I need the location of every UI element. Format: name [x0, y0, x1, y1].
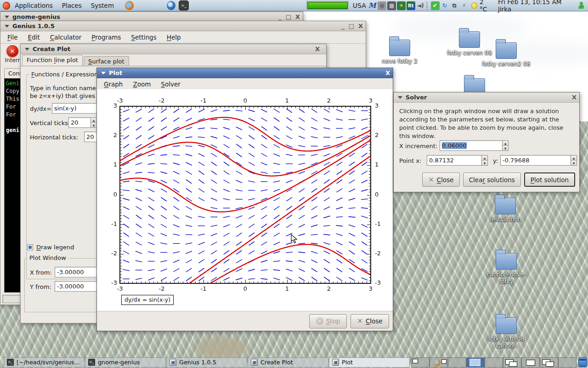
workspace-cell-7[interactable]: [521, 357, 540, 368]
spin-down-icon[interactable]: ▼: [571, 161, 577, 165]
clock-label[interactable]: Fri Feb 13, 10:15 AM Jirka: [498, 0, 574, 13]
slope-field-canvas[interactable]: [97, 89, 393, 312]
stop-button[interactable]: ✕Stop: [309, 314, 347, 328]
folder-icon[interactable]: [495, 198, 516, 214]
close-button[interactable]: ✕Close: [351, 314, 389, 328]
taskbar-item-create-plot[interactable]: ▦Create Plot: [248, 357, 328, 368]
menu-calculator[interactable]: Calculator: [45, 32, 87, 42]
tab-function-line-plot[interactable]: Function line plot: [22, 55, 83, 66]
workspace-cell-8[interactable]: [540, 357, 558, 368]
point-y-spinner[interactable]: -0.79688 ▲▼: [500, 155, 577, 166]
weather-icon[interactable]: [471, 2, 478, 9]
close-icon[interactable]: X: [385, 70, 390, 76]
thunderbird-icon[interactable]: [167, 1, 175, 10]
workspace-cell-6[interactable]: [503, 357, 521, 368]
panel-menu-applications[interactable]: Applications: [10, 0, 57, 12]
close-icon[interactable]: X: [315, 46, 320, 52]
panel-menu-places[interactable]: Places: [57, 0, 86, 12]
spin-down-icon[interactable]: ▼: [503, 146, 508, 150]
spin-up-icon[interactable]: ▲: [91, 118, 96, 123]
x-increment-spinner[interactable]: 0.06000 ▲▼: [440, 140, 509, 151]
draw-legend-checkbox[interactable]: Draw legend: [27, 244, 74, 251]
minimize-icon[interactable]: _: [278, 14, 282, 20]
plot-solution-button[interactable]: Plot solution: [524, 172, 575, 187]
taskbar-item-genius-1-0-5[interactable]: ▦Genius 1.0.5: [166, 357, 247, 368]
workspace-cell-2[interactable]: [430, 357, 448, 368]
workspace-cell-4[interactable]: [466, 357, 485, 368]
genius-console[interactable]: GeniCopyThisForFor geni: [4, 78, 21, 293]
desktop-folder-testcannon[interactable]: testcannon: [480, 198, 531, 223]
point-x-spinner[interactable]: 0.87132 ▲▼: [427, 155, 488, 166]
folder-icon[interactable]: [496, 42, 517, 59]
network-icon[interactable]: ⧉: [450, 1, 459, 10]
logout-icon[interactable]: [577, 2, 584, 9]
firefox-icon[interactable]: [125, 1, 134, 10]
window-menu-icon[interactable]: [398, 96, 402, 99]
workspace-cell-9[interactable]: [558, 357, 577, 368]
desktop-folder-nove-fotky-2[interactable]: nove fotky 2: [374, 40, 425, 64]
vertical-ticks-spinner[interactable]: 20 ▲▼: [68, 117, 97, 128]
temperature-label[interactable]: 2 °C: [480, 0, 492, 13]
menu-file[interactable]: File: [2, 32, 23, 42]
workspace-cell-3[interactable]: [448, 357, 466, 368]
keyboard-layout-indicator[interactable]: USA: [353, 2, 366, 9]
create-plot-titlebar[interactable]: Create Plot X: [21, 44, 326, 54]
close-icon[interactable]: X: [358, 23, 363, 29]
menu-graph[interactable]: Graph: [99, 79, 128, 89]
system-monitor-applet[interactable]: [307, 1, 348, 10]
keyboard-indicator-icon[interactable]: M: [368, 1, 377, 10]
rt-icon[interactable]: Rt: [407, 1, 415, 10]
x-increment-value[interactable]: 0.06000: [442, 142, 467, 149]
menu-help[interactable]: Help: [162, 32, 186, 42]
mixer-icon[interactable]: ◎: [378, 1, 386, 10]
taskbar-item-plot[interactable]: ▦Plot: [329, 357, 410, 368]
folder-icon[interactable]: [389, 40, 410, 56]
menu-settings[interactable]: Settings: [126, 32, 161, 42]
calculator-tray-icon[interactable]: ▦: [387, 1, 396, 10]
sync-icon[interactable]: ↻: [441, 1, 449, 10]
desktop-folder-cannon-nove-fotky[interactable]: cannon-nove-fotky: [481, 253, 531, 285]
trash-icon[interactable]: [578, 357, 587, 367]
desktop-folder-fotky-cerven2-08[interactable]: fotky cerven2 08: [481, 42, 531, 67]
folder-icon[interactable]: [496, 253, 517, 270]
spin-down-icon[interactable]: ▼: [482, 161, 487, 165]
volume-icon[interactable]: ◄): [416, 1, 425, 10]
genius-titlebar[interactable]: Genius 1.0.5 _ □ X: [0, 21, 366, 31]
checkbox-icon[interactable]: [27, 244, 33, 250]
distro-menu-icon[interactable]: [3, 2, 10, 10]
spin-down-icon[interactable]: ▼: [91, 123, 96, 127]
folder-icon[interactable]: [459, 31, 480, 48]
menu-zoom[interactable]: Zoom: [128, 79, 156, 89]
updates-ok-icon[interactable]: ✔: [431, 1, 440, 10]
folder-icon[interactable]: [496, 317, 517, 334]
gkrellm-icon[interactable]: ☀: [397, 1, 406, 10]
menu-programs[interactable]: Programs: [86, 32, 126, 42]
workspace-switcher[interactable]: [411, 357, 577, 368]
menu-solver[interactable]: Solver: [156, 79, 185, 89]
maximize-icon[interactable]: □: [349, 23, 354, 29]
taskbar-item--head-svn-genius-[interactable]: >_[~/head/svn/genius...: [4, 357, 85, 368]
window-menu-icon[interactable]: [5, 25, 9, 28]
close-button[interactable]: ✕Close: [422, 172, 459, 187]
close-icon[interactable]: X: [295, 14, 300, 20]
close-icon[interactable]: X: [572, 94, 577, 101]
maximize-icon[interactable]: □: [286, 14, 291, 20]
window-menu-icon[interactable]: [101, 72, 106, 75]
minimize-icon[interactable]: _: [341, 23, 345, 29]
spin-up-icon[interactable]: ▲: [503, 141, 508, 146]
window-menu-icon[interactable]: [5, 16, 9, 18]
plot-titlebar[interactable]: Plot X: [97, 68, 393, 78]
tab-surface-plot[interactable]: Surface plot: [84, 56, 129, 66]
taskbar-item-gnome-genius[interactable]: >_gnome-genius: [85, 357, 166, 368]
window-menu-icon[interactable]: [25, 48, 29, 51]
plot-graph-area[interactable]: -3-3-2-2-1-10011223333221100-1-1-2-2-3-3…: [97, 89, 393, 312]
clear-solutions-button[interactable]: Clear solutions: [463, 172, 521, 187]
panel-menu-system[interactable]: System: [86, 0, 119, 12]
menu-edit[interactable]: Edit: [23, 32, 45, 42]
interrupt-button[interactable]: ✕ Interr: [4, 45, 21, 63]
workspace-cell-1[interactable]: [411, 357, 430, 368]
solver-titlebar[interactable]: Solver X: [394, 92, 579, 103]
workspace-cell-5[interactable]: [485, 357, 503, 368]
spin-up-icon[interactable]: ▲: [571, 155, 577, 161]
terminal-icon[interactable]: >_: [179, 1, 188, 10]
